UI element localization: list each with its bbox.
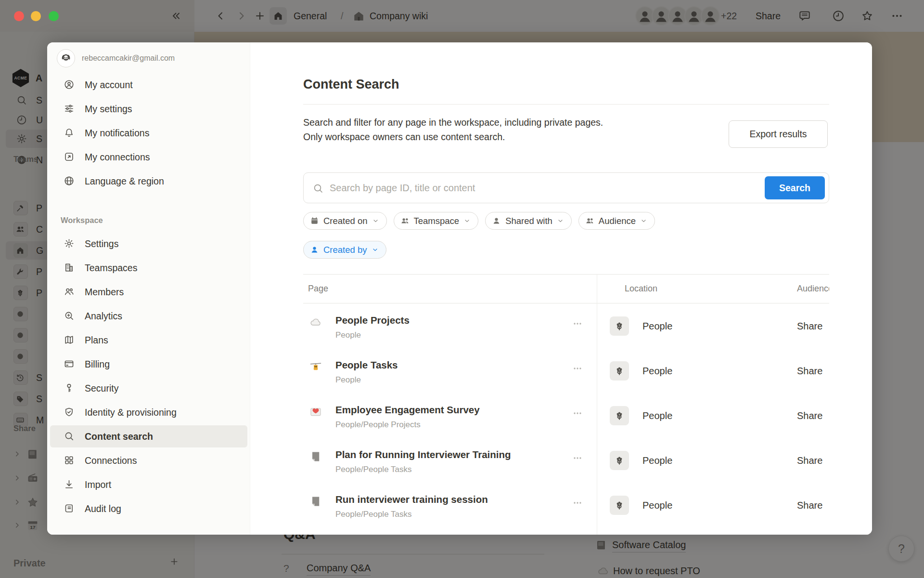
gear-icon xyxy=(64,238,75,249)
settings-menu-item-my-account[interactable]: My account xyxy=(50,74,247,96)
card-icon xyxy=(64,358,75,369)
filter-chip-label: Shared with xyxy=(505,216,552,226)
filter-chip-row-1: Created onTeamspaceShared withAudience xyxy=(303,212,655,230)
settings-menu-item-import[interactable]: Import xyxy=(50,473,247,496)
settings-menu-item-content-search[interactable]: Content search xyxy=(50,425,247,447)
description-line-1: Search and filter for any page in the wo… xyxy=(303,115,603,130)
settings-menu-item-identity-provisioning[interactable]: Identity & provisioning xyxy=(50,401,247,423)
settings-menu-item-settings[interactable]: Settings xyxy=(50,233,247,255)
settings-menu-item-my-notifications[interactable]: My notifications xyxy=(50,122,247,144)
page-icon xyxy=(309,495,322,508)
chevron-down-icon xyxy=(372,246,379,253)
filter-chip-shared-with[interactable]: Shared with xyxy=(485,212,572,230)
filter-chip-created-on[interactable]: Created on xyxy=(303,212,387,230)
table-row: People ProjectsPeoplePeopleShare xyxy=(303,309,829,354)
filter-chip-row-2: Created by xyxy=(303,241,386,259)
window-close-button[interactable] xyxy=(14,11,24,21)
location-value: People xyxy=(642,361,672,381)
settings-menu-label: Connections xyxy=(85,449,137,472)
flower-icon xyxy=(614,410,625,421)
window-zoom-button[interactable] xyxy=(49,11,59,21)
settings-menu-item-language-region[interactable]: Language & region xyxy=(50,170,247,192)
settings-content: Content Search Search and filter for any… xyxy=(250,42,872,535)
page-title-link[interactable]: People Projects xyxy=(335,314,410,327)
location-value: People xyxy=(642,496,672,515)
person-solid-icon xyxy=(310,245,319,254)
dots-icon xyxy=(572,318,583,329)
title-divider xyxy=(303,104,829,105)
calendar-solid-icon xyxy=(310,216,319,225)
page-title-link[interactable]: Run interviewer training session xyxy=(335,493,488,506)
filter-chip-audience[interactable]: Audience xyxy=(578,212,655,230)
teamspace-flower-icon xyxy=(610,361,629,381)
shield-check-icon xyxy=(64,407,75,418)
settings-menu-label: Analytics xyxy=(85,305,122,327)
search-input[interactable] xyxy=(330,173,777,202)
row-more-options-icon[interactable] xyxy=(567,361,588,376)
people-solid-icon xyxy=(585,216,594,225)
filter-chip-label: Teamspace xyxy=(414,216,460,226)
settings-menu-item-audit-log[interactable]: Audit log xyxy=(50,498,247,520)
settings-menu-item-my-connections[interactable]: My connections xyxy=(50,146,247,168)
settings-menu-label: My notifications xyxy=(85,122,149,144)
table-row: Plan for Running Interviewer TrainingPeo… xyxy=(303,443,829,488)
table-row: People TasksPeoplePeopleShare xyxy=(303,354,829,398)
settings-menu-label: Members xyxy=(85,281,124,303)
zoom-plus-icon xyxy=(64,310,75,321)
flower-icon xyxy=(614,499,625,511)
grid-icon xyxy=(64,455,75,466)
page-title: Content Search xyxy=(303,77,399,92)
page-icon xyxy=(309,450,322,463)
settings-menu-label: Language & region xyxy=(85,170,164,192)
settings-menu-label: Plans xyxy=(85,329,108,351)
row-more-options-icon[interactable] xyxy=(567,451,588,465)
filter-chip-created-by[interactable]: Created by xyxy=(303,241,386,259)
settings-menu-item-analytics[interactable]: Analytics xyxy=(50,305,247,327)
cloud-icon xyxy=(309,315,322,329)
column-header-page: Page xyxy=(308,274,328,303)
flower-icon xyxy=(614,455,625,466)
settings-modal: rebeccamcakir@gmail.com My accountMy set… xyxy=(47,42,872,535)
scroll-icon xyxy=(64,503,75,514)
settings-menu-item-security[interactable]: Security xyxy=(50,377,247,399)
members-icon xyxy=(64,286,75,297)
table-row: Run interviewer training sessionPeople/P… xyxy=(303,488,829,533)
globe-icon xyxy=(64,175,75,186)
gear-icon xyxy=(64,238,75,249)
map-icon xyxy=(64,334,75,345)
settings-menu-item-connections[interactable]: Connections xyxy=(50,449,247,472)
row-more-options-icon[interactable] xyxy=(567,496,588,510)
export-results-button[interactable]: Export results xyxy=(729,120,828,148)
map-icon xyxy=(64,334,75,345)
teamspace-flower-icon xyxy=(610,496,629,515)
page-title-link[interactable]: People Tasks xyxy=(335,358,398,372)
filter-chip-teamspace[interactable]: Teamspace xyxy=(394,212,479,230)
settings-menu-item-my-settings[interactable]: My settings xyxy=(50,98,247,120)
love-letter-icon xyxy=(309,405,322,419)
page-icon xyxy=(309,495,322,508)
page-title-link[interactable]: Plan for Running Interviewer Training xyxy=(335,448,511,461)
tram-icon xyxy=(309,360,322,374)
search-button[interactable]: Search xyxy=(765,176,825,199)
tram-icon xyxy=(309,360,322,374)
row-more-options-icon[interactable] xyxy=(567,316,588,331)
settings-menu-label: Settings xyxy=(85,233,118,255)
settings-menu-item-plans[interactable]: Plans xyxy=(50,329,247,351)
settings-menu-item-teamspaces[interactable]: Teamspaces xyxy=(50,257,247,279)
import-icon xyxy=(64,479,75,490)
arrow-box-icon xyxy=(64,151,75,162)
arrow-box-icon xyxy=(64,151,75,162)
settings-menu-item-members[interactable]: Members xyxy=(50,281,247,303)
window-minimize-button[interactable] xyxy=(31,11,41,21)
settings-menu-label: Security xyxy=(85,377,118,399)
settings-menu-label: My settings xyxy=(85,98,132,120)
page-title-link[interactable]: Employee Engagement Survey xyxy=(335,403,480,417)
page-path: People/People Projects xyxy=(335,420,421,430)
row-more-options-icon[interactable] xyxy=(567,406,588,420)
filter-chip-label: Created on xyxy=(323,216,368,226)
person-solid-icon xyxy=(492,216,501,225)
workspace-section-header: Workspace xyxy=(61,216,103,225)
building-icon xyxy=(64,262,75,273)
people-solid-icon xyxy=(400,216,410,225)
settings-menu-item-billing[interactable]: Billing xyxy=(50,353,247,375)
